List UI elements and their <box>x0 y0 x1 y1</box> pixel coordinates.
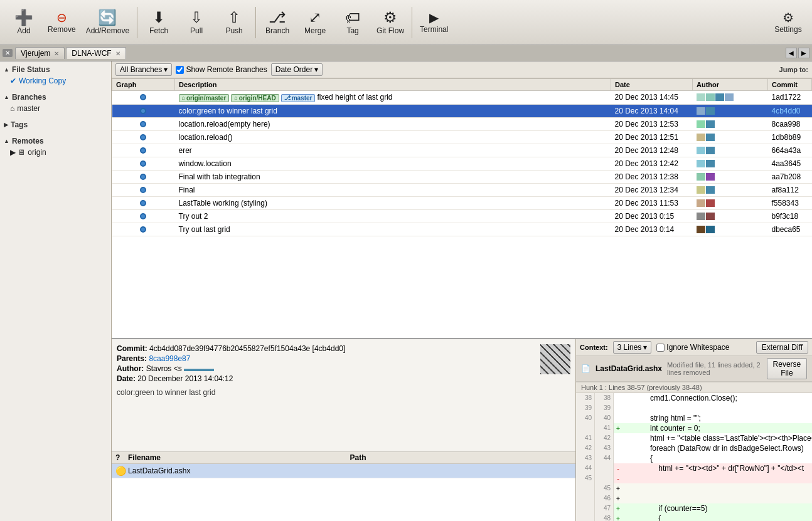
commit-row[interactable]: Try out 220 Dec 2013 0:15b9f3c18 <box>112 209 812 223</box>
date-value: 20 December 2013 14:04:12 <box>137 374 233 383</box>
commit-date-cell: 20 Dec 2013 12:53 <box>611 117 693 130</box>
diff-file-name: LastDataGrid.ashx <box>596 364 662 373</box>
commit-description: Try out 2 <box>179 212 208 221</box>
branch-icon: ⎇ <box>269 10 286 25</box>
reverse-file-button[interactable]: Reverse File <box>767 358 807 379</box>
fetch-button[interactable]: ⬇ Fetch <box>140 8 178 38</box>
pull-icon: ⇩ <box>190 10 203 25</box>
main-layout: ▲ File Status ✔ Working Copy ▲ Branches … <box>0 61 812 521</box>
commit-row[interactable]: location.reload()20 Dec 2013 12:511db8b8… <box>112 130 812 144</box>
author-color-block <box>706 107 715 115</box>
author-bar <box>697 147 764 154</box>
external-diff-label: External Diff <box>762 343 803 352</box>
author-color-block <box>725 93 734 101</box>
context-label: Context: <box>580 344 608 351</box>
commit-graph-cell <box>112 196 175 209</box>
show-remote-checkbox[interactable] <box>176 66 184 74</box>
file-row[interactable]: 🟡 LastDataGrid.ashx <box>112 464 575 478</box>
author-bar <box>697 120 764 128</box>
diff-line: 46+ <box>576 493 812 503</box>
diff-line-num-new: 39 <box>595 403 614 413</box>
tab-navigation: ◀ ▶ <box>786 48 809 58</box>
commit-row[interactable]: LastTable working (styling)20 Dec 2013 1… <box>112 196 812 209</box>
branch-button[interactable]: ⎇ Branch <box>259 8 296 38</box>
terminal-button[interactable]: ▶ Terminal <box>415 9 453 36</box>
commit-row[interactable]: Final20 Dec 2013 12:34af8a112 <box>112 183 812 196</box>
date-order-dropdown[interactable]: Date Order ▾ <box>271 63 323 76</box>
diff-line-code: cmd1.Connection.Close(); <box>622 393 812 403</box>
author-color-block <box>706 147 715 154</box>
sidebar-item-master[interactable]: ⌂ master <box>0 103 111 114</box>
show-remote-label[interactable]: Show Remote Branches <box>176 65 267 74</box>
author-color-block <box>697 186 705 194</box>
commit-row[interactable]: window.location20 Dec 2013 12:424aa3645 <box>112 157 812 170</box>
remove-button[interactable]: ⊖ Remove <box>43 9 81 36</box>
commit-author-cell <box>693 223 768 236</box>
pull-label: Pull <box>190 26 203 35</box>
ignore-whitespace-label[interactable]: Ignore Whitespace <box>656 343 729 352</box>
author-color-block <box>706 186 715 194</box>
all-branches-dropdown[interactable]: All Branches ▾ <box>115 63 172 76</box>
commit-description: window.location <box>179 159 232 168</box>
commit-graph-cell <box>112 144 175 157</box>
tabbar: ✕ Vjerujem ✕ DLNA-WCF ✕ ◀ ▶ <box>0 45 812 61</box>
merge-button[interactable]: ⤢ Merge <box>296 8 334 38</box>
sidebar-item-working-copy[interactable]: ✔ Working Copy <box>0 75 111 87</box>
diff-line-sign <box>614 453 622 463</box>
remotes-header[interactable]: ▲ Remotes <box>0 135 111 147</box>
diff-line-num-old: 38 <box>576 393 595 403</box>
commit-row[interactable]: color:green to winner last grid20 Dec 20… <box>112 104 812 117</box>
tab-prev-button[interactable]: ◀ <box>786 48 797 58</box>
commit-row[interactable]: erer20 Dec 2013 12:48664a43a <box>112 144 812 157</box>
diff-body[interactable]: 3838 cmd1.Connection.Close();39394040 st… <box>576 393 812 521</box>
diff-line-num-new: 41 <box>595 423 614 433</box>
merge-icon: ⤢ <box>309 10 321 25</box>
diff-line: 4344 { <box>576 453 812 463</box>
sidebar-item-origin[interactable]: ▶ 🖥 origin <box>0 147 111 158</box>
author-color-block <box>706 213 715 220</box>
commit-row[interactable]: Try out last grid20 Dec 2013 0:14dbeca65 <box>112 223 812 236</box>
commit-row[interactable]: Final with tab integration20 Dec 2013 12… <box>112 170 812 183</box>
tab-dlna[interactable]: DLNA-WCF ✕ <box>66 47 126 59</box>
diff-panel: Context: 3 Lines ▾ Ignore Whitespace Ext… <box>576 339 812 521</box>
context-dropdown[interactable]: 3 Lines ▾ <box>613 341 652 354</box>
file-status-header[interactable]: ▲ File Status <box>0 64 111 75</box>
tab-next-button[interactable]: ▶ <box>798 48 809 58</box>
pull-button[interactable]: ⇩ Pull <box>178 8 215 38</box>
diff-line-code <box>622 403 812 413</box>
tab-dlna-close[interactable]: ✕ <box>115 50 120 57</box>
tags-label: Tags <box>11 120 28 129</box>
graph-table-container: Graph Description Date Author Commit ⌂or… <box>112 78 812 338</box>
git-flow-button[interactable]: ⚙ Git Flow <box>371 8 409 38</box>
ignore-whitespace-checkbox[interactable] <box>656 344 665 352</box>
diff-line: 4040 string html = ""; <box>576 413 812 423</box>
commit-graph-cell <box>112 170 175 183</box>
file-list-area: ? Filename Path 🟡 LastDataGrid.ashx <box>112 452 575 521</box>
commit-author-cell <box>693 91 768 105</box>
parent-link[interactable]: 8caa998e87 <box>149 354 190 363</box>
settings-icon: ⚙ <box>783 11 794 24</box>
separator-3 <box>412 7 412 38</box>
push-label: Push <box>225 26 242 35</box>
tags-header[interactable]: ▶ Tags <box>0 119 111 130</box>
commit-date-cell: 20 Dec 2013 0:14 <box>611 223 693 236</box>
author-color-block <box>697 213 705 220</box>
commit-row[interactable]: location.reload(empty here)20 Dec 2013 1… <box>112 117 812 130</box>
tab-vjerujem-close[interactable]: ✕ <box>54 50 59 57</box>
commit-description: Final <box>179 186 195 194</box>
ignore-whitespace-text: Ignore Whitespace <box>666 343 729 352</box>
diff-line-num-old <box>576 503 595 513</box>
tab-global-close[interactable]: ✕ <box>3 49 13 57</box>
commit-row[interactable]: ⌂origin/master⌂origin/HEAD⎇masterfixed h… <box>112 91 812 105</box>
diff-toolbar: Context: 3 Lines ▾ Ignore Whitespace Ext… <box>576 339 812 356</box>
tag-button[interactable]: 🏷 Tag <box>334 8 371 38</box>
add-button[interactable]: ➕ Add <box>5 8 43 38</box>
remove-icon: ⊖ <box>56 11 67 24</box>
settings-button[interactable]: ⚙ Settings <box>769 9 807 36</box>
add-remove-button[interactable]: 🔄 Add/Remove <box>81 8 134 38</box>
branches-header[interactable]: ▲ Branches <box>0 92 111 103</box>
tab-vjerujem[interactable]: Vjerujem ✕ <box>15 47 65 59</box>
push-button[interactable]: ⇧ Push <box>215 8 253 38</box>
external-diff-button[interactable]: External Diff <box>756 341 808 354</box>
diff-line-num-old: 39 <box>576 403 595 413</box>
